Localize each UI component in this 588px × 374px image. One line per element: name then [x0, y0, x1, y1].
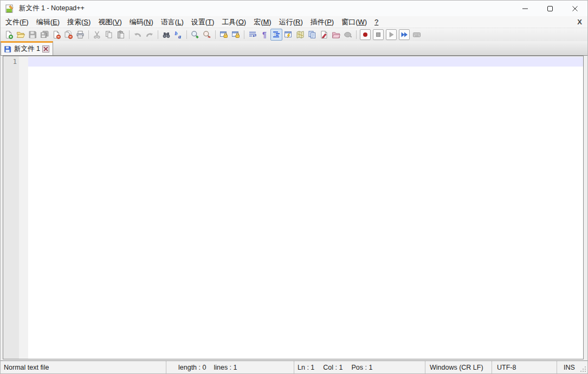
print-button[interactable] [74, 29, 86, 41]
line-number: 1 [3, 57, 17, 67]
menu-item-tools[interactable]: 工具(O) [218, 16, 250, 28]
minimize-icon [522, 5, 528, 12]
resize-grip-icon[interactable] [580, 366, 586, 372]
status-encoding[interactable]: UTF-8 [492, 361, 557, 373]
toolbar-separator [186, 30, 187, 39]
status-insert-mode[interactable]: INS [557, 361, 587, 373]
status-ln: Ln : 1 [298, 364, 314, 371]
status-doc-type: Normal text file [1, 361, 166, 373]
zoom-out-button[interactable] [201, 29, 213, 41]
line-number-margin: 1 [3, 56, 19, 359]
minimize-button[interactable] [513, 1, 538, 16]
toolbar-separator [356, 30, 357, 39]
tab-close-icon [43, 47, 48, 51]
menu-item-file[interactable]: 文件(F) [2, 16, 33, 28]
fold-margin [19, 56, 28, 359]
copy-button [103, 29, 115, 41]
menu-item-macro[interactable]: 宏(M) [250, 16, 275, 28]
close-icon [572, 5, 578, 12]
menu-item-plugins[interactable]: 插件(P) [307, 16, 338, 28]
macro-record-button[interactable] [360, 29, 371, 40]
menu-item-window[interactable]: 窗口(W) [338, 16, 371, 28]
macro-save-button [411, 29, 423, 41]
define-language-button[interactable] [282, 29, 294, 41]
menu-item-settings[interactable]: 设置(T) [188, 16, 218, 28]
toolbar: ba ¶ [1, 28, 587, 41]
notepadpp-window: 新文件 1 - Notepad++ 文件(F)编辑(E)搜索(S)视图(V)编码… [0, 0, 588, 374]
folder-as-workspace-button[interactable] [330, 29, 342, 41]
svg-text:b: b [175, 30, 178, 36]
redo-button [144, 29, 156, 41]
undo-button [132, 29, 144, 41]
monitoring-button [342, 29, 354, 41]
status-eol-format[interactable]: Windows (CR LF) [425, 361, 492, 373]
tab-title: 新文件 1 [14, 44, 40, 54]
menu-item-encoding[interactable]: 编码(N) [126, 16, 157, 28]
zoom-in-button[interactable] [189, 29, 201, 41]
find-button[interactable] [160, 29, 172, 41]
tab-bar: 新文件 1 [1, 41, 587, 56]
tab-close-button[interactable] [42, 45, 49, 53]
status-bar: Normal text file length : 0 lines : 1 Ln… [1, 360, 587, 373]
maximize-button[interactable] [538, 1, 563, 16]
menu-item-edit[interactable]: 编辑(E) [33, 16, 63, 28]
replace-button[interactable]: ba [172, 29, 184, 41]
menu-item-view[interactable]: 视图(V) [94, 16, 125, 28]
title-bar: 新文件 1 - Notepad++ [1, 1, 587, 16]
editor: 1 [3, 56, 584, 359]
saved-state-icon [4, 45, 11, 53]
menu-item-search[interactable]: 搜索(S) [63, 16, 94, 28]
status-pos: Pos : 1 [351, 364, 372, 371]
save-all-button [38, 29, 50, 41]
menu-close-document-button[interactable]: X [575, 18, 584, 26]
pilcrow-icon: ¶ [262, 31, 267, 38]
maximize-icon [547, 5, 553, 12]
menubar-items: 文件(F)编辑(E)搜索(S)视图(V)编码(N)语言(L)设置(T)工具(O)… [2, 16, 382, 28]
close-document-button[interactable] [50, 29, 62, 41]
word-wrap-button[interactable] [247, 29, 259, 41]
cut-button [91, 29, 103, 41]
status-lines: lines : 1 [214, 364, 237, 371]
notepadpp-app-icon [5, 4, 15, 14]
menu-item-run[interactable]: 运行(R) [275, 16, 307, 28]
status-doc-size: length : 0 lines : 1 [166, 361, 294, 373]
editor-text-area[interactable] [28, 56, 583, 359]
new-file-button[interactable] [3, 29, 15, 41]
macro-stop-button [373, 29, 384, 40]
toolbar-separator [244, 30, 244, 39]
paste-button [115, 29, 127, 41]
menu-item-help[interactable]: ? [371, 17, 382, 27]
current-line-highlight [28, 57, 583, 67]
close-all-documents-button[interactable] [62, 29, 74, 41]
show-all-characters-button[interactable]: ¶ [259, 29, 270, 41]
svg-text:a: a [178, 34, 181, 40]
toolbar-separator [88, 30, 89, 39]
macro-play-button [386, 29, 397, 40]
open-button[interactable] [15, 29, 27, 41]
menu-item-language[interactable]: 语言(L) [157, 16, 188, 28]
status-cursor-position: Ln : 1 Col : 1 Pos : 1 [294, 361, 425, 373]
function-list-button[interactable] [318, 29, 330, 41]
sync-horizontal-scroll-button[interactable] [230, 29, 242, 41]
toolbar-separator [158, 30, 158, 39]
show-indent-guide-button[interactable] [270, 29, 282, 41]
tab-new-file-1[interactable]: 新文件 1 [1, 41, 53, 55]
sync-vertical-scroll-button[interactable] [218, 29, 230, 41]
status-length: length : 0 [178, 364, 206, 371]
document-map-button[interactable] [294, 29, 306, 41]
close-button[interactable] [563, 1, 587, 16]
toolbar-separator [129, 30, 130, 39]
macro-run-multiple-button[interactable] [399, 29, 410, 40]
toolbar-separator [215, 30, 216, 39]
save-button [27, 29, 38, 41]
document-list-button[interactable] [306, 29, 318, 41]
menu-bar: 文件(F)编辑(E)搜索(S)视图(V)编码(N)语言(L)设置(T)工具(O)… [1, 16, 587, 28]
window-title: 新文件 1 - Notepad++ [19, 4, 85, 13]
status-col: Col : 1 [323, 364, 343, 371]
editor-container: 1 [1, 56, 587, 360]
